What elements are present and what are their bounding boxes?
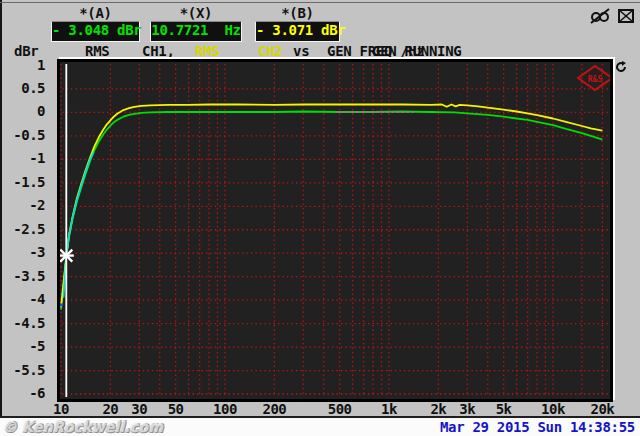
analyzer-screen: *(A) *(X) *(B) - 3.048 dBr 10.7721 Hz - … <box>0 0 640 436</box>
y-axis-tick-label: -2 <box>3 197 45 213</box>
logo-text: R&S <box>588 75 603 84</box>
trace-ch1-rms-trace-a- <box>61 112 602 310</box>
x-axis-tick-label: 50 <box>148 401 204 417</box>
y-axis-tick-label: -4 <box>3 291 45 307</box>
field-x-label: *(X) <box>150 5 242 20</box>
x-axis-tick-label: 500 <box>312 401 368 417</box>
footer-strip: © KenRockwell.com Mar 29 2015 Sun 14:38:… <box>0 416 640 436</box>
plot-canvas: R&S <box>60 62 610 399</box>
x-axis-tick-label: 1k <box>361 401 417 417</box>
value-x-readout: 10.7721 Hz <box>150 21 242 42</box>
y-axis-tick-label: -3 <box>3 244 45 260</box>
ch1-name-label: CH1, <box>142 43 175 59</box>
y-axis-tick-label: -1 <box>3 150 45 166</box>
y-axis-tick-label: -5 <box>3 338 45 354</box>
trace-start-tick <box>60 303 63 306</box>
value-a-readout: - 3.048 dBr <box>51 21 140 42</box>
field-a-label: *(A) <box>51 5 140 20</box>
trace-a-b-overlap-segment <box>64 152 94 298</box>
watermark: © KenRockwell.com <box>3 419 163 435</box>
x-axis-tick-label: 10 <box>33 401 89 417</box>
x-axis-tick-label: 5k <box>476 401 532 417</box>
y-axis-tick-label: -1.5 <box>3 174 45 190</box>
y-axis-tick-label: -4.5 <box>3 315 45 331</box>
screen-left-edge <box>0 0 2 436</box>
x-axis-tick-label: 10k <box>525 401 581 417</box>
y-axis-tick-label: 0.5 <box>3 80 45 96</box>
plot-frame: R&S <box>57 59 613 402</box>
sweep-cycle-icon <box>614 60 628 74</box>
crossed-speaker-icon <box>589 7 611 25</box>
x-axis-tick-label: 200 <box>246 401 302 417</box>
screen-top-edge <box>0 2 640 3</box>
y-axis-tick-label: 0 <box>3 103 45 119</box>
y-axis-tick-label: -0.5 <box>3 127 45 143</box>
y-axis-tick-label: -6 <box>3 385 45 401</box>
x-axis-tick-label: 100 <box>197 401 253 417</box>
y-axis-tick-label: -3.5 <box>3 268 45 284</box>
crossed-screen-icon <box>615 7 637 25</box>
x-axis-tick-label: 20k <box>574 401 630 417</box>
value-b-readout: - 3.071 dBr <box>255 21 340 42</box>
x-axis-function-label: GEN FREQ /Hz <box>327 43 425 59</box>
rohde-schwarz-logo: R&S <box>578 66 610 90</box>
datetime-label: Mar 29 2015 Sun 14:38:55 <box>440 419 635 435</box>
vs-label: vs <box>293 43 309 59</box>
y-axis-tick-label: -5.5 <box>3 362 45 378</box>
y-axis-tick-label: 1 <box>3 57 45 73</box>
ch1-function-label: RMS <box>85 43 109 59</box>
y-axis-tick-label: -2.5 <box>3 221 45 237</box>
field-b-label: *(B) <box>255 5 340 20</box>
ch2-name-label: CH2 <box>258 43 282 59</box>
ch2-function-label: RMS <box>195 43 219 59</box>
